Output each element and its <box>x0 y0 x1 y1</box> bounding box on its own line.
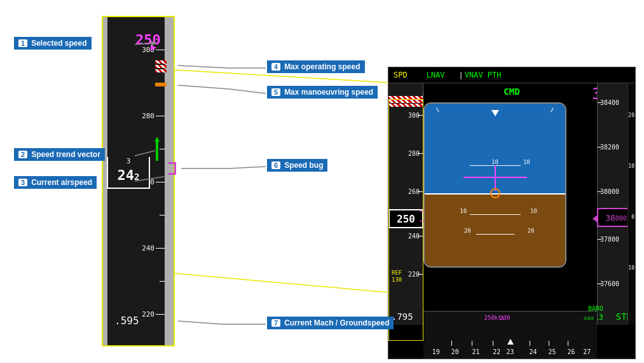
rp-alt-38200: 38200 <box>600 144 619 151</box>
vs-m10: 10 <box>628 265 634 271</box>
rp-atick-38400 <box>598 102 601 103</box>
hash-bar-3 <box>155 69 167 72</box>
label-1-text: Selected speed <box>31 39 86 48</box>
label-3-current-airspeed: 3 Current airspeed <box>14 176 97 189</box>
rp-tick-240 <box>418 236 423 236</box>
rp-altitude-box-val: 38000 <box>605 213 627 223</box>
line-7b <box>178 321 223 324</box>
rp-tick-280 <box>418 153 423 154</box>
rp-max-op-hash <box>388 96 423 99</box>
label-7-num: 7 <box>271 319 280 327</box>
label-3-num: 3 <box>18 179 27 186</box>
label-3-text: Current airspeed <box>31 178 92 187</box>
spd-label: SPD <box>394 71 408 79</box>
ctick-22 <box>493 341 493 346</box>
pitch-label-m20-r: 20 <box>528 228 535 234</box>
selected-speed-display: 250 <box>135 32 161 48</box>
rp-tick-260 <box>418 191 423 192</box>
hash-bar-2 <box>155 65 167 68</box>
label-1-selected-speed: 1 Selected speed <box>14 37 92 50</box>
compass-22: 22 <box>493 348 500 355</box>
flight-director-vertical <box>495 165 496 191</box>
label-1-num: 1 <box>18 39 27 47</box>
rp-right-altitude-tape: 38400 38200 38000 37800 37600 38000 BARO… <box>597 83 635 325</box>
airspeed-value: 242 <box>118 168 140 182</box>
compass-23: 23 <box>506 348 514 355</box>
selected-speed-pointer <box>151 45 156 51</box>
airspeed-box: 242 <box>107 162 150 189</box>
rp-left-speed-tape: 300 280 260 240 220 250 REF130 .795 <box>388 83 423 325</box>
pitch-label-10-r: 10 <box>523 159 530 165</box>
pitch-label-m10-r: 10 <box>530 208 537 214</box>
label-5-num: 5 <box>271 88 280 96</box>
ai-ground <box>425 193 565 266</box>
airspeed-scroll-top: 3 <box>107 157 150 165</box>
label-6-speed-bug: 6 Speed bug <box>267 159 327 172</box>
label-4-text: Max operating speed <box>284 62 360 71</box>
rp-atick-37600 <box>598 284 601 284</box>
right-instrument-panel: SPD LNAV | VNAV PTH 250 CMD 38000 300 28… <box>388 67 636 359</box>
tick-220: 220 <box>142 310 154 318</box>
rp-altitude-box-small: 000 <box>615 215 627 222</box>
airspeed-small: 2 <box>134 172 139 182</box>
label-5-text: Max manoeuvring speed <box>284 88 373 97</box>
right-panel-topbar: SPD LNAV | VNAV PTH <box>388 67 635 83</box>
ctick-25 <box>549 341 549 346</box>
airspeed-big: 24 <box>118 167 135 183</box>
pitch-line-m20 <box>476 234 514 235</box>
heading-triangle <box>507 339 514 345</box>
lnav-label: LNAV <box>427 71 445 79</box>
rp-cmd-label: CMD <box>504 86 519 97</box>
line-5b <box>178 85 229 89</box>
center-marker <box>490 188 500 198</box>
vs-20: 20 <box>628 113 634 118</box>
speed-bug <box>168 162 176 175</box>
pitch-label-m10-l: 10 <box>460 208 467 214</box>
ctick-26 <box>568 341 568 346</box>
label-7-mach-groundspeed: 7 Current Mach / Groundspeed <box>267 317 394 329</box>
speed-bug-shape <box>168 162 176 175</box>
rp-ref-label: REF130 <box>392 270 402 284</box>
compass-25: 25 <box>549 348 556 355</box>
label-2-num: 2 <box>18 151 27 158</box>
tick-280: 280 <box>142 112 154 120</box>
sep: | <box>460 71 462 79</box>
compass-trk-val: aaa <box>584 315 594 321</box>
label-7-text: Current Mach / Groundspeed <box>284 318 389 327</box>
label-4-max-op-speed: 4 Max operating speed <box>267 60 365 73</box>
compass-21: 21 <box>472 348 479 355</box>
diag-line-bottom <box>175 273 388 292</box>
rp-alt-triangle <box>593 215 598 223</box>
label-2-speed-trend: 2 Speed trend vector <box>14 148 105 161</box>
rp-alt-37800: 37800 <box>600 236 619 243</box>
label-4-num: 4 <box>271 63 280 71</box>
rp-speed-box: 250 <box>388 209 423 228</box>
vs-10: 10 <box>628 163 634 169</box>
max-manoeuvring-speed-indicator <box>155 83 167 86</box>
rp-atick-38000 <box>598 191 601 192</box>
rp-max-op-hash3 <box>388 104 423 107</box>
rp-atick-38200 <box>598 147 601 147</box>
rp-speed-box-val: 250 <box>397 213 415 225</box>
vs-scale: 20 10 0 10 <box>627 83 635 325</box>
rp-alt-38400: 38400 <box>600 99 619 106</box>
label-2-text: Speed trend vector <box>31 150 100 159</box>
vnav-label: VNAV PTH <box>465 71 502 79</box>
ctick-24 <box>530 341 530 346</box>
line-4b <box>178 65 229 68</box>
compass-arc: 19 20 21 22 23 24 25 26 27 250kts 230 aa… <box>423 311 597 359</box>
rp-atick-37800 <box>598 239 601 240</box>
mach-display: .595 <box>114 315 139 327</box>
label-5-max-man-speed: 5 Max manoeuvring speed <box>267 86 378 99</box>
label-6-num: 6 <box>271 161 280 169</box>
rp-mach-display: .795 <box>392 312 413 322</box>
pitch-label-m20-l: 20 <box>464 228 471 234</box>
max-operating-speed-indicator <box>155 60 167 74</box>
rp-tick-300 <box>418 115 423 116</box>
compass-26: 26 <box>568 348 575 355</box>
label-6-text: Speed bug <box>284 161 323 170</box>
vs-0: 0 <box>631 214 634 220</box>
ctick-20 <box>451 341 452 346</box>
line-6a <box>229 167 266 168</box>
rp-max-op-hash2 <box>388 100 423 103</box>
